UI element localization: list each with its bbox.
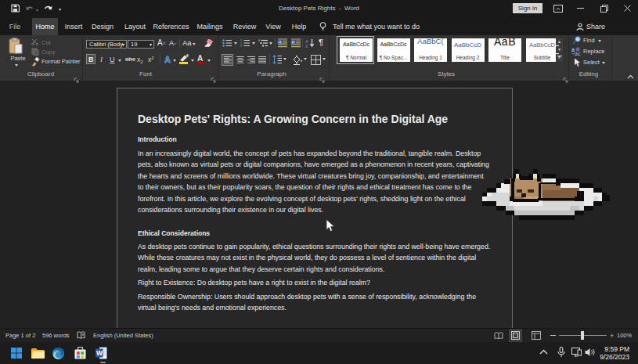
- svg-text:W: W: [96, 349, 103, 357]
